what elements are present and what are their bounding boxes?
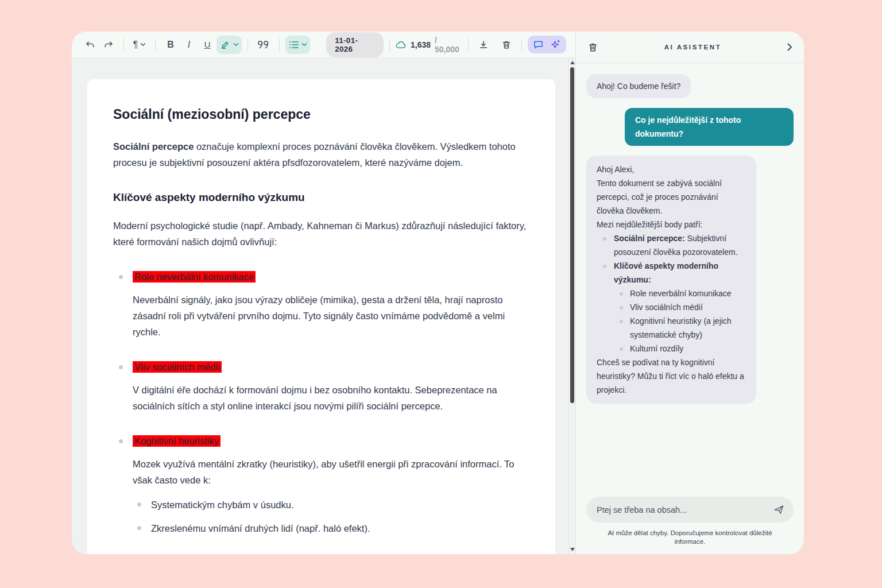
reply-bullet: Sociální percepce: Subjektivní posouzení… <box>597 231 746 259</box>
quote-icon <box>257 40 270 49</box>
scrollbar-down-arrow[interactable] <box>570 548 575 551</box>
scrollbar-thumb[interactable] <box>570 67 574 403</box>
reply-sub-bullet: Kulturní rozdíly <box>614 342 746 355</box>
toolbar-divider <box>247 38 248 51</box>
chevron-right-icon <box>787 43 792 51</box>
trash-icon <box>501 40 512 50</box>
list-item-description: Mozek využívá mentální zkratky (heuristi… <box>133 456 529 488</box>
toolbar-divider <box>389 38 390 51</box>
reply-sub-bullet: Kognitivní heuristiky (a jejich systemat… <box>614 314 746 342</box>
undo-icon <box>85 40 95 50</box>
word-count: 1,638 / 50,000 <box>396 36 462 54</box>
reply-line: Tento dokument se zabývá sociální percep… <box>597 176 746 218</box>
cloud-icon <box>396 41 407 49</box>
clear-chat-button[interactable] <box>587 42 598 53</box>
reply-bullet-bold: Sociální percepce: <box>614 234 685 243</box>
reply-sub-bullet: Vliv sociálních médií <box>614 300 746 314</box>
document-page[interactable]: Sociální (meziosobní) percepce Sociální … <box>87 79 555 554</box>
intro-paragraph: Sociální percepce označuje komplexní pro… <box>113 138 529 171</box>
sub-list-item: Systematickým chybám v úsudku. <box>133 497 529 513</box>
highlighted-term: Role neverbální komunikace <box>133 271 256 283</box>
ai-assistant-header: AI ASISTENT <box>576 32 804 63</box>
ai-sparkle-icon <box>550 39 561 50</box>
paragraph-style-button[interactable]: ¶ <box>130 36 149 54</box>
download-icon <box>478 40 489 50</box>
document-scrollbar[interactable] <box>568 58 575 554</box>
download-button[interactable] <box>474 36 493 54</box>
editor-toolbar: ¶ B I U <box>72 32 575 58</box>
redo-icon <box>103 40 114 50</box>
send-icon[interactable] <box>773 504 784 515</box>
chat-input-area: AI může dělat chyby. Doporučujeme kontro… <box>576 497 804 554</box>
reply-line: Mezi nejdůležitější body patří: <box>597 218 746 231</box>
reply-bullet: Klíčové aspekty moderního výzkumu: Role … <box>597 259 746 355</box>
assistant-message: Ahoj! Co budeme řešit? <box>586 74 691 98</box>
word-count-value: 1,638 <box>411 40 431 49</box>
list-item: Kognitivní heuristiky Mozek využívá ment… <box>113 434 529 536</box>
assistant-message: Ahoj Alexi, Tento dokument se zabývá soc… <box>586 156 756 404</box>
list-item: Vliv sociálních médií V digitální éře do… <box>113 359 529 414</box>
blockquote-button[interactable] <box>254 36 273 54</box>
highlighted-term: Kognitivní heuristiky <box>133 435 220 447</box>
document-title: Sociální (meziosobní) percepce <box>113 107 529 122</box>
list-item: Role neverbální komunikace Neverbální si… <box>113 269 529 340</box>
toolbar-divider <box>521 38 522 51</box>
user-message: Co je nejdůležitější z tohoto dokumentu? <box>625 108 794 146</box>
comments-ai-toggle[interactable] <box>528 36 566 53</box>
list-item-description: V digitální éře dochází k formování dojm… <box>133 382 529 414</box>
reply-closing: Chceš se podívat na ty kognitivní heuris… <box>597 355 746 397</box>
underline-button[interactable]: U <box>198 36 216 54</box>
scrollbar-up-arrow[interactable] <box>570 61 575 64</box>
comment-icon <box>533 40 544 49</box>
bullet-list-button[interactable] <box>285 36 310 54</box>
sub-list-item: Zkreslenému vnímání druhých lidí (např. … <box>133 520 529 536</box>
intro-bold-text: Sociální percepce <box>113 141 194 152</box>
section-intro-paragraph: Moderní psychologické studie (např. Amba… <box>113 218 529 250</box>
editor-pane: ¶ B I U <box>72 32 576 554</box>
bold-button[interactable]: B <box>161 36 180 54</box>
chevron-down-icon <box>140 42 146 47</box>
redo-button[interactable] <box>99 36 118 54</box>
chevron-down-icon <box>233 42 239 47</box>
paragraph-icon: ¶ <box>133 40 138 50</box>
ai-assistant-panel: AI ASISTENT Ahoj! Co budeme řešit? Co je… <box>576 32 804 554</box>
list-item-description: Neverbální signály, jako jsou výrazy obl… <box>133 292 529 340</box>
chevron-down-icon <box>301 42 307 47</box>
section-heading: Klíčové aspekty moderního výzkumu <box>113 191 529 204</box>
chat-message-list: Ahoj! Co budeme řešit? Co je nejdůležitě… <box>576 63 804 497</box>
delete-document-button[interactable] <box>497 36 516 54</box>
ai-disclaimer: AI může dělat chyby. Doporučujeme kontro… <box>586 529 794 546</box>
chat-input[interactable] <box>597 505 773 514</box>
bullet-list-icon <box>289 40 299 49</box>
highlight-button[interactable] <box>216 36 242 54</box>
undo-button[interactable] <box>81 36 99 54</box>
ai-panel-title: AI ASISTENT <box>598 44 787 51</box>
toolbar-divider <box>123 38 124 51</box>
highlighter-icon <box>220 39 231 50</box>
word-count-limit: / 50,000 <box>435 36 462 54</box>
italic-button[interactable]: I <box>180 36 198 54</box>
reply-sub-bullet: Role neverbální komunikace <box>614 287 746 300</box>
highlighted-term: Vliv sociálních médií <box>133 361 222 373</box>
chat-input-bar[interactable] <box>586 497 794 523</box>
collapse-panel-button[interactable] <box>787 43 792 51</box>
document-date-badge[interactable]: 11-01-2026 <box>326 32 384 57</box>
toolbar-divider <box>468 38 469 51</box>
trash-icon <box>587 42 598 53</box>
reply-line: Ahoj Alexi, <box>597 163 746 176</box>
toolbar-divider <box>155 38 156 51</box>
document-canvas: Sociální (meziosobní) percepce Sociální … <box>72 58 575 554</box>
reply-bullet-bold: Klíčové aspekty moderního výzkumu: <box>614 261 718 284</box>
toolbar-divider <box>279 38 280 51</box>
app-window: ¶ B I U <box>72 32 804 554</box>
